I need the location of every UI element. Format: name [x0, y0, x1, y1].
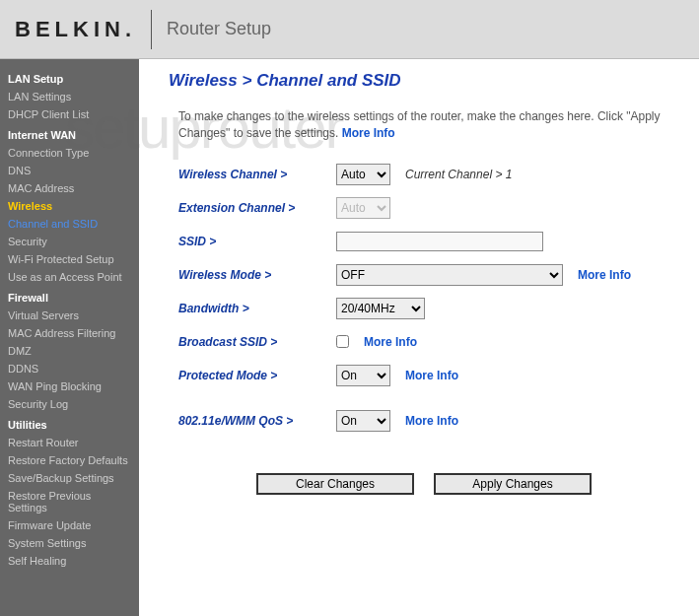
sidebar-item-self-healing[interactable]: Self Healing: [0, 552, 139, 570]
wmm-qos-select[interactable]: On: [336, 410, 390, 432]
sidebar-item-restore-previous-settings[interactable]: Restore Previous Settings: [0, 487, 139, 516]
sidebar-item-restore-factory-defaults[interactable]: Restore Factory Defaults: [0, 451, 139, 469]
sidebar-item-restart-router[interactable]: Restart Router: [0, 434, 139, 451]
sidebar-section-utilities: Utilities: [0, 413, 139, 434]
protected-mode-select[interactable]: On: [336, 365, 390, 386]
sidebar-item-dns[interactable]: DNS: [0, 162, 139, 179]
description-text: To make changes to the wireless settings…: [178, 109, 661, 140]
sidebar-item-security-log[interactable]: Security Log: [0, 395, 139, 413]
wireless-channel-label: Wireless Channel >: [169, 168, 336, 181]
ssid-input[interactable]: [336, 232, 543, 251]
breadcrumb: Wireless > Channel and SSID: [169, 71, 679, 91]
page-description: To make changes to the wireless settings…: [169, 108, 679, 142]
sidebar: LAN SetupLAN SettingsDHCP Client ListInt…: [0, 59, 139, 616]
header: BELKIN. Router Setup: [0, 0, 699, 59]
main-content: setuprouter Wireless > Channel and SSID …: [139, 59, 699, 616]
sidebar-item-mac-address[interactable]: MAC Address: [0, 179, 139, 197]
sidebar-item-system-settings[interactable]: System Settings: [0, 534, 139, 552]
wmm-qos-label: 802.11e/WMM QoS >: [169, 414, 336, 428]
apply-changes-button[interactable]: Apply Changes: [434, 473, 592, 495]
sidebar-section-wireless: Wireless: [0, 197, 139, 215]
ssid-label: SSID >: [169, 235, 336, 248]
broadcast-ssid-label: Broadcast SSID >: [169, 335, 336, 349]
sidebar-item-firmware-update[interactable]: Firmware Update: [0, 516, 139, 534]
sidebar-item-mac-address-filtering[interactable]: MAC Address Filtering: [0, 324, 139, 342]
sidebar-item-channel-and-ssid[interactable]: Channel and SSID: [0, 215, 139, 233]
sidebar-section-firewall: Firewall: [0, 286, 139, 307]
description-more-info-link[interactable]: More Info: [342, 126, 395, 140]
wmm-qos-more-info-link[interactable]: More Info: [405, 414, 458, 428]
sidebar-item-wi-fi-protected-setup[interactable]: Wi-Fi Protected Setup: [0, 250, 139, 268]
extension-channel-select: Auto: [336, 197, 390, 219]
broadcast-ssid-checkbox[interactable]: [336, 335, 349, 348]
sidebar-item-dhcp-client-list[interactable]: DHCP Client List: [0, 105, 139, 123]
wireless-mode-more-info-link[interactable]: More Info: [578, 268, 631, 282]
sidebar-item-use-as-an-access-point[interactable]: Use as an Access Point: [0, 268, 139, 286]
protected-mode-label: Protected Mode >: [169, 369, 336, 382]
header-title: Router Setup: [167, 19, 271, 39]
header-divider: [151, 10, 152, 49]
sidebar-item-dmz[interactable]: DMZ: [0, 342, 139, 360]
extension-channel-label: Extension Channel >: [169, 201, 336, 215]
broadcast-ssid-more-info-link[interactable]: More Info: [364, 335, 417, 349]
bandwidth-label: Bandwidth >: [169, 302, 336, 315]
clear-changes-button[interactable]: Clear Changes: [256, 473, 414, 495]
wireless-channel-select[interactable]: Auto: [336, 164, 390, 185]
current-channel-hint: Current Channel > 1: [405, 168, 512, 181]
protected-mode-more-info-link[interactable]: More Info: [405, 369, 458, 382]
wireless-mode-label: Wireless Mode >: [169, 268, 336, 282]
sidebar-item-wan-ping-blocking[interactable]: WAN Ping Blocking: [0, 377, 139, 395]
bandwidth-select[interactable]: 20/40MHz: [336, 298, 425, 319]
sidebar-item-ddns[interactable]: DDNS: [0, 360, 139, 377]
sidebar-item-security[interactable]: Security: [0, 233, 139, 250]
sidebar-item-virtual-servers[interactable]: Virtual Servers: [0, 307, 139, 324]
sidebar-section-internet-wan: Internet WAN: [0, 123, 139, 144]
sidebar-item-lan-settings[interactable]: LAN Settings: [0, 88, 139, 105]
sidebar-item-connection-type[interactable]: Connection Type: [0, 144, 139, 162]
brand-logo: BELKIN.: [15, 17, 146, 42]
sidebar-section-lan-setup: LAN Setup: [0, 67, 139, 88]
wireless-mode-select[interactable]: OFF: [336, 264, 563, 286]
sidebar-item-save-backup-settings[interactable]: Save/Backup Settings: [0, 469, 139, 487]
